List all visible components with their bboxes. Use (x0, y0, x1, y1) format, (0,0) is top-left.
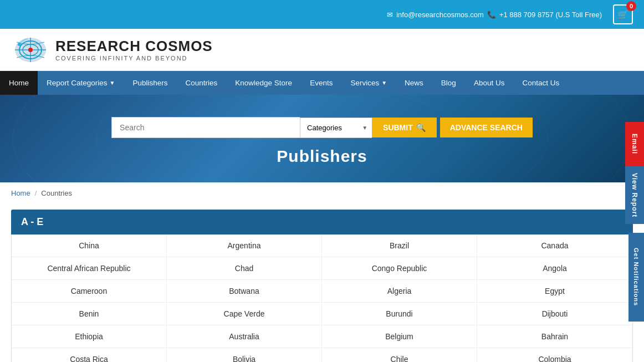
table-row: Central African RepublicChadCongo Republ… (12, 257, 632, 280)
nav-countries[interactable]: Countries (177, 71, 227, 95)
country-cell[interactable]: Central African Republic (12, 257, 167, 279)
country-cell[interactable]: Brazil (322, 234, 477, 257)
submit-button[interactable]: SUBMIT 🔍 (372, 118, 437, 137)
nav-knowledge-store[interactable]: Knowledge Store (226, 71, 301, 95)
brand-subtitle: COVERING INFINITY AND BEYOND (55, 55, 213, 62)
country-cell[interactable]: Botwana (167, 280, 322, 302)
email-icon: ✉ (387, 11, 393, 19)
search-row: Categories Healthcare Technology Finance… (111, 117, 533, 138)
section-header-a-e: A - E (11, 210, 633, 234)
nav-contact-us[interactable]: Contact Us (513, 71, 568, 95)
country-cell[interactable]: China (12, 234, 167, 257)
cart-badge: 0 (626, 1, 636, 11)
nav-news[interactable]: News (396, 71, 432, 95)
breadcrumb-home[interactable]: Home (11, 189, 30, 197)
phone-icon: 📞 (487, 11, 496, 19)
submit-label: SUBMIT (383, 123, 413, 132)
search-icon: 🔍 (416, 123, 426, 132)
nav-blog[interactable]: Blog (432, 71, 465, 95)
logo[interactable]: RESEARCH COSMOS COVERING INFINITY AND BE… (11, 34, 213, 65)
nav-publishers[interactable]: Publishers (124, 71, 176, 95)
country-cell[interactable]: Dijbouti (477, 303, 632, 325)
hero-banner: Categories Healthcare Technology Finance… (0, 95, 644, 182)
country-cell[interactable]: Colombia (477, 348, 632, 362)
top-bar: ✉ info@researchcosmos.com 📞 +1 888 709 8… (0, 0, 644, 29)
breadcrumb-current: Countries (41, 189, 72, 197)
search-input[interactable] (111, 117, 300, 138)
country-cell[interactable]: Argentina (167, 234, 322, 257)
country-cell[interactable]: Costa Rica (12, 348, 167, 362)
main-content: A - E ChinaArgentinaBrazilCanadaCentral … (0, 204, 644, 362)
right-sidebar: Email View Report (625, 122, 644, 224)
contact-info: ✉ info@researchcosmos.com 📞 +1 888 709 8… (387, 11, 602, 19)
country-cell[interactable]: Cameroon (12, 280, 167, 302)
page-title: Publishers (277, 147, 367, 166)
nav-home[interactable]: Home (0, 71, 38, 95)
country-cell[interactable]: Ethiopia (12, 325, 167, 348)
country-cell[interactable]: Belgium (322, 325, 477, 348)
svg-point-5 (28, 48, 33, 52)
nav-services[interactable]: Services ▼ (341, 71, 396, 95)
table-row: BeninCape VerdeBurundiDijbouti (12, 303, 632, 325)
category-select-wrap: Categories Healthcare Technology Finance… (300, 118, 372, 138)
breadcrumb: Home / Countries (0, 182, 644, 204)
country-cell[interactable]: Algeria (322, 280, 477, 302)
countries-table: ChinaArgentinaBrazilCanadaCentral Africa… (11, 234, 633, 362)
brand-title: RESEARCH COSMOS (55, 38, 213, 55)
country-cell[interactable]: Burundi (322, 303, 477, 325)
section-a-e: A - E ChinaArgentinaBrazilCanadaCentral … (11, 210, 633, 362)
phone-number: +1 888 709 8757 (U.S Toll Free) (499, 11, 602, 19)
table-row: Costa RicaBoliviaChileColombia (12, 348, 632, 362)
country-cell[interactable]: Chile (322, 348, 477, 362)
cart-button[interactable]: 0 🛒 (613, 4, 633, 24)
category-select[interactable]: Categories Healthcare Technology Finance… (300, 118, 372, 138)
country-cell[interactable]: Bahrain (477, 325, 632, 348)
svg-point-6 (18, 43, 21, 46)
country-cell[interactable]: Angola (477, 257, 632, 279)
notifications-tab[interactable]: Get Notifications (628, 233, 644, 322)
email-sidebar-btn[interactable]: Email (625, 122, 644, 166)
header: RESEARCH COSMOS COVERING INFINITY AND BE… (0, 29, 644, 71)
country-cell[interactable]: Canada (477, 234, 632, 257)
dropdown-arrow: ▼ (110, 80, 115, 86)
logo-text: RESEARCH COSMOS COVERING INFINITY AND BE… (55, 38, 213, 62)
nav-about-us[interactable]: About Us (465, 71, 514, 95)
logo-icon (11, 34, 50, 65)
nav-report-categories[interactable]: Report Categories ▼ (38, 71, 124, 95)
email-address: info@researchcosmos.com (396, 11, 484, 19)
advance-search-button[interactable]: ADVANCE SEARCH (440, 118, 533, 137)
country-cell[interactable]: Congo Republic (322, 257, 477, 279)
table-row: ChinaArgentinaBrazilCanada (12, 234, 632, 257)
cart-icon: 🛒 (617, 9, 628, 20)
table-row: CameroonBotwanaAlgeriaEgypt (12, 280, 632, 303)
country-cell[interactable]: Bolivia (167, 348, 322, 362)
country-cell[interactable]: Cape Verde (167, 303, 322, 325)
services-arrow: ▼ (381, 80, 387, 86)
country-cell[interactable]: Egypt (477, 280, 632, 302)
country-cell[interactable]: Benin (12, 303, 167, 325)
view-report-sidebar-btn[interactable]: View Report (625, 166, 644, 224)
breadcrumb-separator: / (35, 189, 37, 197)
main-nav: Home Report Categories ▼ Publishers Coun… (0, 71, 644, 95)
country-cell[interactable]: Chad (167, 257, 322, 279)
nav-events[interactable]: Events (301, 71, 341, 95)
table-row: EthiopiaAustraliaBelgiumBahrain (12, 325, 632, 348)
country-cell[interactable]: Australia (167, 325, 322, 348)
